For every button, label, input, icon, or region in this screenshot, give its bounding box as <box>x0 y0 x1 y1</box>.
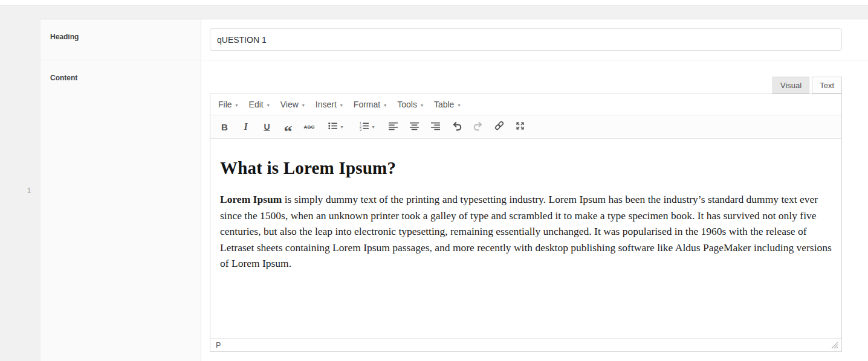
numbered-list-button[interactable]: 123 ▾ <box>354 119 380 135</box>
menu-table[interactable]: Table ▾ <box>429 94 465 115</box>
bullet-list-icon <box>328 121 338 133</box>
content-title: What is Lorem Ipsum? <box>220 158 832 178</box>
chevron-down-icon: ▾ <box>421 103 423 108</box>
menu-tools[interactable]: Tools ▾ <box>392 94 429 115</box>
chevron-down-icon: ▾ <box>384 103 386 108</box>
menu-file[interactable]: File ▾ <box>213 94 244 115</box>
redo-icon <box>473 120 484 133</box>
align-right-icon <box>430 121 441 133</box>
tab-visual[interactable]: Visual <box>772 77 809 94</box>
menu-format[interactable]: Format ▾ <box>348 94 392 115</box>
field-group-panel: 1 Heading Content Visual Text File <box>18 19 868 361</box>
editor-mode-tabs: Visual Text <box>210 77 842 94</box>
redo-button[interactable] <box>470 119 486 135</box>
bold-button[interactable]: B <box>216 119 233 135</box>
menu-insert[interactable]: Insert ▾ <box>310 94 348 115</box>
numbered-list-icon: 123 <box>359 121 369 133</box>
chevron-down-icon: ▾ <box>267 103 270 108</box>
tab-text[interactable]: Text <box>812 77 842 94</box>
chevron-down-icon: ▾ <box>302 103 305 108</box>
underline-icon: U <box>264 122 270 132</box>
content-field-cell: Visual Text File ▾ Edit ▾ <box>201 60 868 361</box>
editor-content-area[interactable]: What is Lorem Ipsum? Lorem Ipsum is simp… <box>210 139 841 338</box>
editor-toolbar: B I U “ ABC <box>210 115 841 139</box>
bold-icon: B <box>221 122 228 132</box>
menu-edit[interactable]: Edit ▾ <box>244 94 275 115</box>
underline-button[interactable]: U <box>259 119 275 135</box>
chevron-down-icon: ▾ <box>340 124 343 130</box>
align-right-button[interactable] <box>427 119 444 135</box>
strikethrough-button[interactable]: ABC <box>301 119 317 135</box>
undo-icon <box>452 120 462 133</box>
chevron-down-icon: ▾ <box>340 103 343 108</box>
chevron-down-icon: ▾ <box>458 103 460 108</box>
content-paragraph: Lorem Ipsum is simply dummy text of the … <box>220 191 832 272</box>
resize-grip[interactable] <box>831 342 838 349</box>
undo-button[interactable] <box>449 119 465 135</box>
strikethrough-icon: ABC <box>304 124 315 130</box>
wysiwyg-editor: File ▾ Edit ▾ View ▾ Insert <box>210 94 842 352</box>
row-number: 1 <box>18 19 40 361</box>
heading-field-label: Heading <box>40 19 201 60</box>
fields-table: Heading Content Visual Text File ▾ <box>40 19 868 361</box>
align-left-icon <box>388 121 398 133</box>
align-center-button[interactable] <box>406 119 423 135</box>
link-icon <box>494 120 505 133</box>
content-lead-bold: Lorem Ipsum <box>220 193 282 205</box>
svg-text:3: 3 <box>360 128 361 131</box>
heading-field-cell <box>201 19 868 60</box>
align-left-button[interactable] <box>385 119 401 135</box>
element-path[interactable]: P <box>213 341 223 350</box>
menu-view[interactable]: View ▾ <box>275 94 310 115</box>
blockquote-button[interactable]: “ <box>280 119 296 135</box>
chevron-down-icon: ▾ <box>372 124 374 130</box>
fullscreen-button[interactable] <box>512 119 528 135</box>
editor-statusbar: P <box>210 338 841 351</box>
content-field-row: Content Visual Text File ▾ Edit ▾ <box>40 60 868 361</box>
top-bar <box>0 0 868 6</box>
italic-icon: I <box>244 121 247 132</box>
fullscreen-icon <box>515 121 525 133</box>
content-field-label: Content <box>40 60 201 361</box>
heading-field-row: Heading <box>40 19 868 60</box>
content-body-text: is simply dummy text of the printing and… <box>220 193 832 269</box>
chevron-down-icon: ▾ <box>236 103 238 108</box>
link-button[interactable] <box>491 119 507 135</box>
italic-button[interactable]: I <box>238 119 254 135</box>
bullet-list-button[interactable]: ▾ <box>322 119 349 135</box>
align-center-icon <box>409 121 419 133</box>
heading-input[interactable] <box>210 28 842 51</box>
editor-menubar: File ▾ Edit ▾ View ▾ Insert <box>210 94 841 115</box>
